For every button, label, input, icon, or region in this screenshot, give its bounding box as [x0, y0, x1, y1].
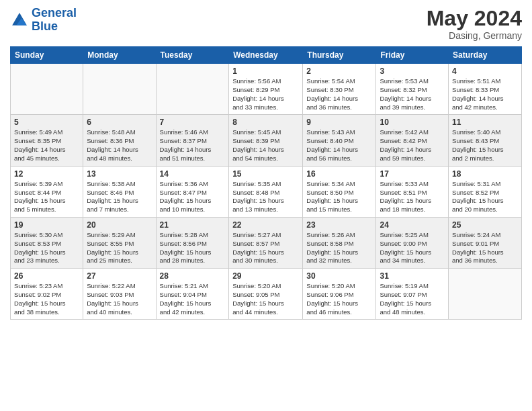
logo-blue: Blue	[32, 19, 58, 33]
day-cell	[83, 64, 156, 115]
day-cell: 22Sunrise: 5:27 AM Sunset: 8:57 PM Dayli…	[229, 217, 303, 268]
logo-general: General	[32, 6, 77, 19]
day-cell: 27Sunrise: 5:22 AM Sunset: 9:03 PM Dayli…	[83, 269, 156, 320]
day-info: Sunrise: 5:49 AM Sunset: 8:35 PM Dayligh…	[14, 128, 79, 163]
day-cell: 9Sunrise: 5:43 AM Sunset: 8:40 PM Daylig…	[303, 115, 376, 166]
day-cell	[156, 64, 229, 115]
day-info: Sunrise: 5:51 AM Sunset: 8:33 PM Dayligh…	[452, 77, 518, 111]
page: General Blue May 2024 Dasing, Germany Su…	[0, 0, 532, 326]
day-cell: 14Sunrise: 5:36 AM Sunset: 8:47 PM Dayli…	[156, 166, 229, 217]
day-cell: 19Sunrise: 5:30 AM Sunset: 8:53 PM Dayli…	[11, 217, 83, 268]
day-number: 20	[87, 220, 152, 230]
day-info: Sunrise: 5:20 AM Sunset: 9:05 PM Dayligh…	[232, 282, 299, 316]
title-block: May 2024 Dasing, Germany	[427, 7, 522, 41]
day-cell: 29Sunrise: 5:20 AM Sunset: 9:05 PM Dayli…	[229, 269, 303, 320]
day-info: Sunrise: 5:24 AM Sunset: 9:01 PM Dayligh…	[452, 231, 518, 265]
day-cell: 17Sunrise: 5:33 AM Sunset: 8:51 PM Dayli…	[376, 166, 449, 217]
col-tuesday: Tuesday	[156, 47, 229, 64]
day-number: 2	[306, 66, 372, 76]
day-info: Sunrise: 5:22 AM Sunset: 9:03 PM Dayligh…	[87, 282, 152, 316]
day-number: 18	[452, 169, 518, 179]
day-info: Sunrise: 5:56 AM Sunset: 8:29 PM Dayligh…	[232, 77, 299, 111]
day-cell: 26Sunrise: 5:23 AM Sunset: 9:02 PM Dayli…	[11, 269, 83, 320]
day-info: Sunrise: 5:54 AM Sunset: 8:30 PM Dayligh…	[306, 77, 372, 111]
day-info: Sunrise: 5:39 AM Sunset: 8:44 PM Dayligh…	[14, 180, 79, 214]
day-number: 30	[306, 271, 372, 281]
day-info: Sunrise: 5:28 AM Sunset: 8:56 PM Dayligh…	[160, 231, 226, 265]
day-cell: 24Sunrise: 5:25 AM Sunset: 9:00 PM Dayli…	[376, 217, 449, 268]
day-number: 10	[380, 118, 445, 127]
day-info: Sunrise: 5:26 AM Sunset: 8:58 PM Dayligh…	[306, 231, 372, 265]
day-cell: 10Sunrise: 5:42 AM Sunset: 8:42 PM Dayli…	[376, 115, 449, 166]
day-cell: 2Sunrise: 5:54 AM Sunset: 8:30 PM Daylig…	[303, 64, 376, 115]
day-number: 23	[306, 220, 372, 230]
day-number: 4	[452, 66, 518, 76]
day-number: 26	[14, 271, 79, 281]
day-info: Sunrise: 5:23 AM Sunset: 9:02 PM Dayligh…	[14, 282, 79, 316]
day-cell: 28Sunrise: 5:21 AM Sunset: 9:04 PM Dayli…	[156, 269, 229, 320]
week-row-4: 19Sunrise: 5:30 AM Sunset: 8:53 PM Dayli…	[11, 217, 522, 268]
day-cell: 16Sunrise: 5:34 AM Sunset: 8:50 PM Dayli…	[303, 166, 376, 217]
day-header-row: Sunday Monday Tuesday Wednesday Thursday…	[11, 47, 522, 64]
day-number: 6	[87, 118, 152, 127]
week-row-1: 1Sunrise: 5:56 AM Sunset: 8:29 PM Daylig…	[11, 64, 522, 115]
day-number: 24	[380, 220, 445, 230]
day-info: Sunrise: 5:38 AM Sunset: 8:46 PM Dayligh…	[87, 180, 152, 214]
day-info: Sunrise: 5:19 AM Sunset: 9:07 PM Dayligh…	[380, 282, 445, 316]
day-info: Sunrise: 5:31 AM Sunset: 8:52 PM Dayligh…	[452, 180, 518, 214]
day-number: 12	[14, 169, 79, 179]
day-info: Sunrise: 5:40 AM Sunset: 8:43 PM Dayligh…	[452, 128, 518, 163]
week-row-5: 26Sunrise: 5:23 AM Sunset: 9:02 PM Dayli…	[11, 269, 522, 320]
day-info: Sunrise: 5:43 AM Sunset: 8:40 PM Dayligh…	[306, 128, 372, 163]
day-info: Sunrise: 5:25 AM Sunset: 9:00 PM Dayligh…	[380, 231, 445, 265]
day-cell: 31Sunrise: 5:19 AM Sunset: 9:07 PM Dayli…	[376, 269, 449, 320]
day-number: 21	[160, 220, 226, 230]
col-monday: Monday	[83, 47, 156, 64]
day-cell: 21Sunrise: 5:28 AM Sunset: 8:56 PM Dayli…	[156, 217, 229, 268]
day-cell: 7Sunrise: 5:46 AM Sunset: 8:37 PM Daylig…	[156, 115, 229, 166]
day-info: Sunrise: 5:33 AM Sunset: 8:51 PM Dayligh…	[380, 180, 445, 214]
day-number: 8	[232, 118, 299, 127]
day-info: Sunrise: 5:35 AM Sunset: 8:48 PM Dayligh…	[232, 180, 299, 214]
logo: General Blue	[10, 7, 77, 34]
day-cell: 8Sunrise: 5:45 AM Sunset: 8:39 PM Daylig…	[229, 115, 303, 166]
day-cell: 20Sunrise: 5:29 AM Sunset: 8:55 PM Dayli…	[83, 217, 156, 268]
day-number: 1	[232, 66, 299, 76]
day-number: 11	[452, 118, 518, 127]
day-cell: 15Sunrise: 5:35 AM Sunset: 8:48 PM Dayli…	[229, 166, 303, 217]
day-info: Sunrise: 5:34 AM Sunset: 8:50 PM Dayligh…	[306, 180, 372, 214]
day-number: 16	[306, 169, 372, 179]
col-thursday: Thursday	[303, 47, 376, 64]
day-cell: 4Sunrise: 5:51 AM Sunset: 8:33 PM Daylig…	[449, 64, 522, 115]
month-title: May 2024	[427, 7, 522, 30]
logo-text: General Blue	[32, 7, 77, 34]
day-number: 7	[160, 118, 226, 127]
day-info: Sunrise: 5:27 AM Sunset: 8:57 PM Dayligh…	[232, 231, 299, 265]
day-info: Sunrise: 5:20 AM Sunset: 9:06 PM Dayligh…	[306, 282, 372, 316]
day-info: Sunrise: 5:30 AM Sunset: 8:53 PM Dayligh…	[14, 231, 79, 265]
location: Dasing, Germany	[427, 30, 522, 41]
day-number: 19	[14, 220, 79, 230]
day-cell: 25Sunrise: 5:24 AM Sunset: 9:01 PM Dayli…	[449, 217, 522, 268]
day-cell: 11Sunrise: 5:40 AM Sunset: 8:43 PM Dayli…	[449, 115, 522, 166]
day-number: 28	[160, 271, 226, 281]
logo-icon	[10, 11, 29, 30]
col-wednesday: Wednesday	[229, 47, 303, 64]
header: General Blue May 2024 Dasing, Germany	[10, 7, 522, 41]
day-cell: 3Sunrise: 5:53 AM Sunset: 8:32 PM Daylig…	[376, 64, 449, 115]
day-number: 31	[380, 271, 445, 281]
day-info: Sunrise: 5:46 AM Sunset: 8:37 PM Dayligh…	[160, 128, 226, 163]
day-number: 14	[160, 169, 226, 179]
week-row-2: 5Sunrise: 5:49 AM Sunset: 8:35 PM Daylig…	[11, 115, 522, 166]
day-number: 22	[232, 220, 299, 230]
day-info: Sunrise: 5:42 AM Sunset: 8:42 PM Dayligh…	[380, 128, 445, 163]
day-info: Sunrise: 5:45 AM Sunset: 8:39 PM Dayligh…	[232, 128, 299, 163]
col-friday: Friday	[376, 47, 449, 64]
day-cell: 13Sunrise: 5:38 AM Sunset: 8:46 PM Dayli…	[83, 166, 156, 217]
day-cell: 1Sunrise: 5:56 AM Sunset: 8:29 PM Daylig…	[229, 64, 303, 115]
day-info: Sunrise: 5:29 AM Sunset: 8:55 PM Dayligh…	[87, 231, 152, 265]
day-number: 13	[87, 169, 152, 179]
day-number: 15	[232, 169, 299, 179]
day-cell: 6Sunrise: 5:48 AM Sunset: 8:36 PM Daylig…	[83, 115, 156, 166]
week-row-3: 12Sunrise: 5:39 AM Sunset: 8:44 PM Dayli…	[11, 166, 522, 217]
